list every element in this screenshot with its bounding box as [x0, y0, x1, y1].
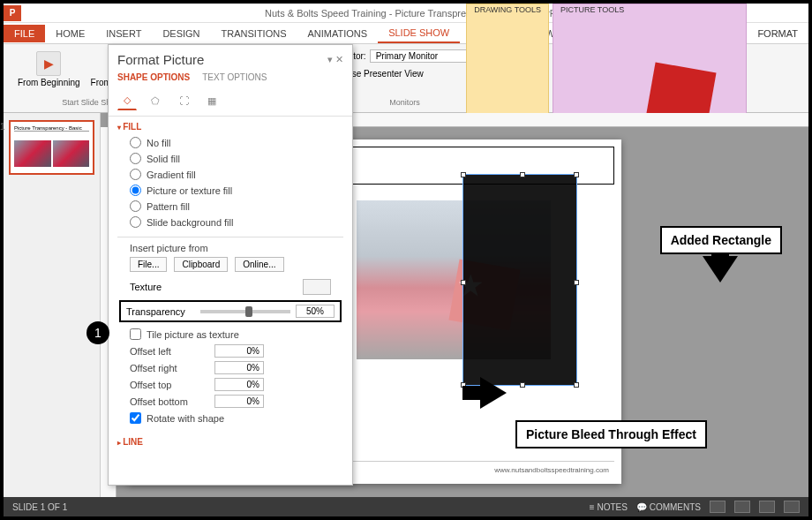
- tab-transitions[interactable]: TRANSITIONS: [211, 25, 297, 42]
- annotation-added-rectangle: Added Rectangle: [660, 226, 782, 254]
- size-icon[interactable]: ⛶: [174, 91, 193, 110]
- texture-label: Texture: [130, 282, 162, 292]
- insert-picture-from-label: Insert picture from: [130, 243, 208, 253]
- offset-top-input[interactable]: 0%: [214, 378, 264, 391]
- rotate-handle-icon[interactable]: ⟳: [520, 157, 529, 170]
- tab-insert[interactable]: INSERT: [95, 25, 152, 42]
- monitors-group-label: Monitors: [389, 98, 420, 107]
- slide-count: SLIDE 1 OF 1: [12, 502, 67, 512]
- thumbnail-1[interactable]: 1 Picture Transparency - Basic: [9, 120, 94, 175]
- pattern-fill-radio[interactable]: Pattern fill: [130, 200, 343, 212]
- comments-button[interactable]: 💬 COMMENTS: [636, 502, 701, 512]
- fill-line-icon[interactable]: ◇: [117, 91, 137, 110]
- offset-right-label: Offset right: [130, 363, 209, 373]
- shape-options-tab[interactable]: SHAPE OPTIONS: [117, 72, 190, 82]
- title-bar: P Nuts & Bolts Speed Training - Picture …: [4, 4, 808, 23]
- no-fill-radio[interactable]: No fill: [130, 137, 343, 148]
- tab-home[interactable]: HOME: [45, 25, 95, 42]
- format-picture-pane: Format Picture ▾ ✕ SHAPE OPTIONS TEXT OP…: [108, 44, 353, 486]
- picture-icon[interactable]: ▦: [202, 91, 222, 110]
- close-icon[interactable]: ▾ ✕: [327, 54, 343, 65]
- tab-file[interactable]: FILE: [4, 25, 45, 42]
- monitor-select[interactable]: Primary Monitor: [370, 49, 476, 63]
- transparency-slider[interactable]: [200, 310, 290, 313]
- fill-section-header[interactable]: FILL: [117, 122, 343, 132]
- rotate-with-shape-check[interactable]: Rotate with shape: [117, 410, 343, 426]
- tab-slideshow[interactable]: SLIDE SHOW: [378, 24, 460, 43]
- gradient-fill-radio[interactable]: Gradient fill: [130, 169, 343, 180]
- arrow-down-icon: [703, 256, 738, 283]
- solid-fill-radio[interactable]: Solid fill: [130, 153, 343, 164]
- tab-format-picture[interactable]: FORMAT: [747, 25, 808, 42]
- effects-icon[interactable]: ⬠: [146, 91, 165, 110]
- reading-view-button[interactable]: [759, 501, 775, 513]
- transparency-value[interactable]: 50%: [296, 305, 335, 318]
- texture-dropdown[interactable]: [303, 279, 331, 295]
- offset-bottom-input[interactable]: 0%: [214, 395, 264, 408]
- transparency-label: Transparency: [126, 306, 195, 317]
- clipboard-button[interactable]: Clipboard: [174, 257, 228, 272]
- text-options-tab[interactable]: TEXT OPTIONS: [202, 72, 267, 82]
- tab-animations[interactable]: ANIMATIONS: [297, 25, 379, 42]
- added-rectangle-shape[interactable]: ⟳: [462, 174, 577, 386]
- normal-view-button[interactable]: [710, 501, 726, 513]
- slideshow-view-button[interactable]: [784, 501, 800, 513]
- app-icon: P: [4, 5, 21, 21]
- offset-right-input[interactable]: 0%: [214, 361, 264, 374]
- status-bar: SLIDE 1 OF 1 ≡ NOTES 💬 COMMENTS: [4, 497, 808, 516]
- picture-texture-fill-radio[interactable]: Picture or texture fill: [130, 185, 343, 196]
- tab-design[interactable]: DESIGN: [152, 25, 210, 42]
- slide-url: www.nutsandboltsspeedtraining.com: [494, 466, 609, 474]
- online-button[interactable]: Online...: [235, 257, 283, 272]
- offset-bottom-label: Offset bottom: [130, 396, 209, 407]
- tile-picture-check[interactable]: Tile picture as texture: [117, 326, 343, 343]
- offset-top-label: Offset top: [130, 380, 209, 390]
- notes-button[interactable]: ≡ NOTES: [590, 502, 628, 512]
- step-badge-1: 1: [86, 321, 109, 344]
- pane-title: Format Picture: [117, 52, 204, 67]
- transparency-row: Transparency 50%: [119, 300, 342, 322]
- slide-thumbnails: 1 Picture Transparency - Basic: [4, 113, 101, 497]
- slide-bg-fill-radio[interactable]: Slide background fill: [130, 216, 343, 228]
- arrow-right-icon: [480, 377, 507, 409]
- from-beginning-button[interactable]: ▶From Beginning: [14, 49, 84, 89]
- sorter-view-button[interactable]: [734, 501, 750, 513]
- line-section-header[interactable]: LINE: [117, 437, 343, 447]
- file-button[interactable]: File...: [130, 257, 167, 272]
- presenter-view-check[interactable]: Use Presenter View: [335, 65, 476, 79]
- offset-left-input[interactable]: 0%: [214, 344, 264, 358]
- annotation-bleed-effect: Picture Bleed Through Effect: [515, 420, 707, 448]
- offset-left-label: Offset left: [130, 346, 209, 357]
